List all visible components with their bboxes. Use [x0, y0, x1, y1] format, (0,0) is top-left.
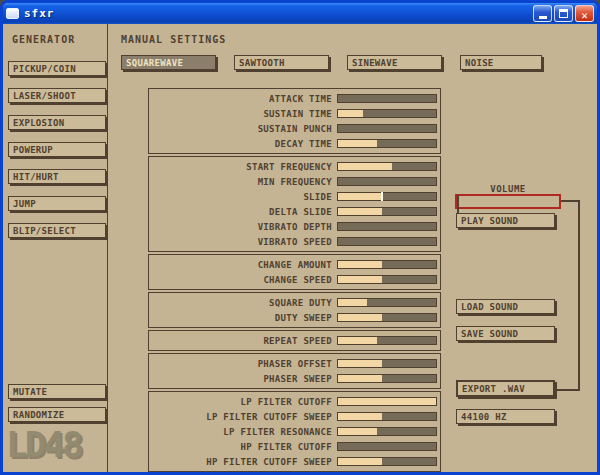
- close-icon: [581, 4, 588, 23]
- generator-sidebar: GENERATOR PICKUP/COIN LASER/SHOOT EXPLOS…: [8, 34, 106, 250]
- noise-button[interactable]: NOISE: [460, 55, 542, 70]
- slider-fill: [338, 337, 377, 344]
- start-frequency-slider[interactable]: [337, 162, 437, 171]
- slider-label: SUSTAIN TIME: [263, 109, 332, 119]
- slider-fill: [338, 110, 363, 117]
- volume-slider[interactable]: [455, 194, 561, 209]
- slider-row: SLIDE: [151, 189, 438, 204]
- slider-row: CHANGE AMOUNT: [151, 257, 438, 272]
- slide-slider[interactable]: [337, 192, 437, 201]
- slider-fill: [338, 208, 382, 215]
- main-content: GENERATOR PICKUP/COIN LASER/SHOOT EXPLOS…: [3, 24, 597, 472]
- close-button[interactable]: [575, 5, 594, 22]
- slider-label: CHANGE AMOUNT: [258, 260, 332, 270]
- volume-export-wire-bottom: [555, 389, 580, 391]
- phaser-sweep-slider[interactable]: [337, 374, 437, 383]
- lp-filter-resonance-slider[interactable]: [337, 427, 437, 436]
- repeat-speed-slider[interactable]: [337, 336, 437, 345]
- slider-label: MIN FREQUENCY: [258, 177, 332, 187]
- slider-row: SUSTAIN TIME: [151, 106, 438, 121]
- slider-fill: [338, 140, 377, 147]
- attack-time-slider[interactable]: [337, 94, 437, 103]
- phaser-group: PHASER OFFSET PHASER SWEEP: [148, 353, 441, 389]
- slider-fill: [338, 261, 382, 268]
- volume-label: VOLUME: [456, 184, 560, 194]
- lp-filter-cutoff-slider[interactable]: [337, 397, 437, 406]
- generator-hit-hurt-button[interactable]: HIT/HURT: [8, 169, 106, 184]
- slider-label: PHASER SWEEP: [263, 374, 332, 384]
- generator-powerup-button[interactable]: POWERUP: [8, 142, 106, 157]
- slider-label: PHASER OFFSET: [258, 359, 332, 369]
- sustain-punch-slider[interactable]: [337, 124, 437, 133]
- slider-fill: [338, 375, 382, 382]
- min-frequency-slider[interactable]: [337, 177, 437, 186]
- minimize-icon: [539, 16, 547, 19]
- generator-jump-button[interactable]: JUMP: [8, 196, 106, 211]
- slider-label: REPEAT SPEED: [263, 336, 332, 346]
- lp-filter-cutoff-sweep-slider[interactable]: [337, 412, 437, 421]
- sinewave-button[interactable]: SINEWAVE: [347, 55, 442, 70]
- slider-label: LP FILTER RESONANCE: [223, 427, 332, 437]
- slider-fill: [338, 428, 377, 435]
- generator-pickup-coin-button[interactable]: PICKUP/COIN: [8, 61, 106, 76]
- vibrato-speed-slider[interactable]: [337, 237, 437, 246]
- slider-fill: [338, 314, 382, 321]
- mutate-button[interactable]: MUTATE: [8, 384, 106, 399]
- change-speed-slider[interactable]: [337, 275, 437, 284]
- titlebar[interactable]: sfxr: [3, 3, 597, 24]
- slider-row: DECAY TIME: [151, 136, 438, 151]
- slider-label: SUSTAIN PUNCH: [258, 124, 332, 134]
- slider-marker: [381, 192, 383, 201]
- slider-fill: [338, 360, 382, 367]
- vibrato-depth-slider[interactable]: [337, 222, 437, 231]
- slider-row: LP FILTER CUTOFF: [151, 394, 438, 409]
- slider-row: REPEAT SPEED: [151, 333, 438, 348]
- manual-settings-header: MANUAL SETTINGS: [121, 34, 226, 45]
- slider-row: MIN FREQUENCY: [151, 174, 438, 189]
- hp-filter-cutoff-slider[interactable]: [337, 442, 437, 451]
- generator-explosion-button[interactable]: EXPLOSION: [8, 115, 106, 130]
- slider-row: SUSTAIN PUNCH: [151, 121, 438, 136]
- slider-label: DUTY SWEEP: [275, 313, 332, 323]
- squarewave-button[interactable]: SQUAREWAVE: [121, 55, 216, 70]
- save-sound-button[interactable]: SAVE SOUND: [456, 326, 555, 341]
- change-amount-slider[interactable]: [337, 260, 437, 269]
- sawtooth-button[interactable]: SAWTOOTH: [234, 55, 329, 70]
- slider-label: VIBRATO DEPTH: [258, 222, 332, 232]
- slider-row: DUTY SWEEP: [151, 310, 438, 325]
- play-sound-button[interactable]: PLAY SOUND: [456, 213, 555, 228]
- slider-label: HP FILTER CUTOFF SWEEP: [206, 457, 332, 467]
- phaser-offset-slider[interactable]: [337, 359, 437, 368]
- slider-label: SLIDE: [303, 192, 332, 202]
- slider-label: VIBRATO SPEED: [258, 237, 332, 247]
- square-duty-slider[interactable]: [337, 298, 437, 307]
- slider-row: SQUARE DUTY: [151, 295, 438, 310]
- export-wav-button[interactable]: EXPORT .WAV: [456, 380, 555, 397]
- hp-filter-cutoff-sweep-slider[interactable]: [337, 457, 437, 466]
- slider-row: HP FILTER CUTOFF: [151, 439, 438, 454]
- slider-label: HP FILTER CUTOFF: [241, 442, 333, 452]
- slider-row: ATTACK TIME: [151, 91, 438, 106]
- generator-blip-select-button[interactable]: BLIP/SELECT: [8, 223, 106, 238]
- load-sound-button[interactable]: LOAD SOUND: [456, 299, 555, 314]
- generator-laser-shoot-button[interactable]: LASER/SHOOT: [8, 88, 106, 103]
- repeat-group: REPEAT SPEED: [148, 330, 441, 351]
- slider-row: VIBRATO SPEED: [151, 234, 438, 249]
- generator-header: GENERATOR: [12, 34, 106, 45]
- slider-label: SQUARE DUTY: [269, 298, 332, 308]
- sustain-time-slider[interactable]: [337, 109, 437, 118]
- maximize-icon: [559, 9, 568, 18]
- delta-slide-slider[interactable]: [337, 207, 437, 216]
- slider-label: DELTA SLIDE: [269, 207, 332, 217]
- change-group: CHANGE AMOUNT CHANGE SPEED: [148, 254, 441, 290]
- maximize-button[interactable]: [554, 5, 573, 22]
- app-window: sfxr GENERATOR PICKUP/COIN LASER/SHOOT E…: [0, 0, 600, 475]
- sample-rate-button[interactable]: 44100 HZ: [456, 409, 555, 424]
- minimize-button[interactable]: [533, 5, 552, 22]
- slider-label: DECAY TIME: [275, 139, 332, 149]
- slider-row: LP FILTER RESONANCE: [151, 424, 438, 439]
- randomize-button[interactable]: RANDOMIZE: [8, 407, 106, 422]
- slider-fill: [338, 276, 382, 283]
- decay-time-slider[interactable]: [337, 139, 437, 148]
- duty-sweep-slider[interactable]: [337, 313, 437, 322]
